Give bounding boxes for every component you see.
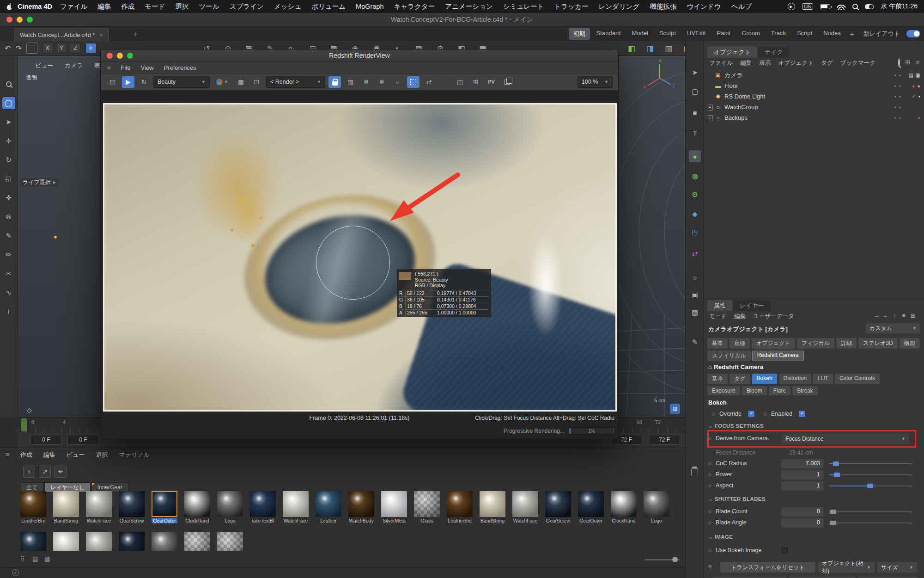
material-thumbnail[interactable] xyxy=(20,491,46,517)
material-menu-item[interactable]: マテリアル xyxy=(119,451,150,459)
now-playing-icon[interactable]: ▶ xyxy=(788,3,795,10)
visibility-dots[interactable] xyxy=(894,116,902,119)
object-manager-tab[interactable]: オブジェクト xyxy=(707,47,757,58)
override-checkbox[interactable] xyxy=(748,411,754,417)
axis-lock-button[interactable]: Z xyxy=(70,43,81,53)
attribute-menu-item[interactable]: モード xyxy=(709,313,727,320)
menubar-menu-item[interactable]: ボリューム xyxy=(306,2,351,11)
object-manager-menu-item[interactable]: オブジェクト xyxy=(778,59,814,67)
reset-transform-button[interactable]: トランスフォームをリセット xyxy=(720,562,815,572)
copy-icon[interactable] xyxy=(501,76,513,88)
material-thumbnail[interactable] xyxy=(250,491,276,517)
material-item[interactable]: GearOuter xyxy=(152,491,177,523)
hamburger-menu-icon[interactable]: ≡ xyxy=(708,564,711,570)
redshift-tab-button[interactable]: Exposure xyxy=(707,386,740,395)
use-bokeh-image-checkbox[interactable] xyxy=(781,547,788,553)
scale-tool-icon[interactable]: ◱ xyxy=(2,173,15,185)
window-titlebar[interactable]: Watch ConceptV2-For-BCG-Article.c4d * - … xyxy=(0,13,924,26)
object-tag-icons[interactable] xyxy=(902,93,924,99)
object-name[interactable]: Backups xyxy=(724,114,748,121)
material-thumbnail[interactable] xyxy=(447,491,473,517)
sphere-outline-icon[interactable]: ○ xyxy=(689,271,701,283)
new-tab-button[interactable]: + xyxy=(133,30,137,38)
renderview-menu-item[interactable]: View xyxy=(141,64,154,71)
blade-angle-field[interactable]: 0 xyxy=(781,518,824,528)
layout-tab[interactable]: Nodes xyxy=(819,28,845,40)
selection-box-tool-icon[interactable] xyxy=(26,43,37,54)
layout-tab[interactable]: Standard xyxy=(592,28,626,40)
object-tab-button[interactable]: オブジェクト xyxy=(752,338,795,349)
layout-tab[interactable]: Groom xyxy=(737,28,765,40)
power-field[interactable]: 1 xyxy=(781,470,824,480)
control-center-icon[interactable] xyxy=(865,4,874,9)
material-picker-icon[interactable]: ✒ xyxy=(55,466,67,478)
object-tree-row[interactable]: カメラ xyxy=(704,70,924,80)
material-name[interactable]: LeatherBrc xyxy=(20,518,46,523)
aspect-field[interactable]: 1 xyxy=(781,481,824,491)
derive-from-camera-dropdown[interactable]: Focus Distance▼ xyxy=(782,434,909,444)
material-name[interactable]: BandString xyxy=(53,518,79,523)
object-tag-icons[interactable] xyxy=(902,83,924,89)
object-tab-button[interactable]: 基本 xyxy=(707,338,728,349)
live-selection-tool-icon[interactable]: ◯ xyxy=(2,97,15,109)
zoom-dropdown[interactable]: 100 %▼ xyxy=(578,76,613,88)
save-image-icon[interactable]: ▤ xyxy=(106,76,119,88)
layout-tab[interactable]: Sculpt xyxy=(655,28,681,40)
redo-button[interactable]: ↷ xyxy=(15,44,21,53)
material-thumbnail[interactable] xyxy=(184,491,210,517)
material-name[interactable]: WatchFace xyxy=(283,518,309,523)
material-item[interactable]: SilverMeta xyxy=(381,491,407,523)
list-view-icon[interactable]: ⠿ xyxy=(20,555,25,562)
redshift-tab-button[interactable]: Distortion xyxy=(779,374,812,384)
restart-render-icon[interactable]: ↻ xyxy=(138,76,150,88)
material-item[interactable]: BandString xyxy=(53,491,79,523)
material-thumbnail[interactable] xyxy=(512,491,538,517)
add-layout-button[interactable]: + xyxy=(847,30,857,38)
material-name[interactable]: Glass xyxy=(414,518,440,523)
material-thumbnail[interactable] xyxy=(217,491,243,517)
frame-range-field[interactable]: 72 F xyxy=(649,435,680,445)
blade-count-slider[interactable] xyxy=(829,507,915,517)
pen-tool-icon[interactable]: ✎ xyxy=(2,230,15,242)
menubar-menu-item[interactable]: 選択 xyxy=(170,2,194,11)
redshift-tab-button[interactable]: LUT xyxy=(813,374,833,384)
expand-toggle-icon[interactable] xyxy=(706,104,713,111)
cluster-generator-icon[interactable]: ◍ xyxy=(689,170,701,182)
crop-icon[interactable]: ⊡ xyxy=(250,76,263,88)
object-tab-button[interactable]: 構図 xyxy=(900,338,920,349)
material-thumbnail[interactable] xyxy=(152,491,177,517)
redshift-tab-button[interactable]: Streak xyxy=(792,386,818,395)
filter-icon[interactable]: ⊞ xyxy=(905,59,910,66)
focus-settings-header[interactable]: FOCUS SETTINGS xyxy=(708,423,764,429)
menubar-menu-item[interactable]: キャラクター xyxy=(389,2,440,11)
back-arrow-icon[interactable]: ← xyxy=(874,312,880,319)
hamburger-menu-icon[interactable]: ≡ xyxy=(6,451,9,458)
spotlight-search-icon[interactable] xyxy=(852,4,858,9)
object-tree-row[interactable]: Backups xyxy=(704,112,924,123)
transform-mode-dropdown[interactable]: オブジェクト(相対)▼ xyxy=(818,562,875,572)
material-thumbnail[interactable] xyxy=(86,491,112,517)
object-tab-button[interactable]: スフィリカル xyxy=(707,350,751,361)
material-item[interactable]: WatchFace xyxy=(86,491,112,523)
object-name[interactable]: RS Dome Light xyxy=(724,93,765,100)
material-item[interactable]: faceTextBl xyxy=(250,491,276,523)
object-name[interactable]: カメラ xyxy=(724,71,743,80)
material-item[interactable]: ClockHand xyxy=(611,491,637,523)
render-camera-dropdown[interactable]: < Render >▼ xyxy=(266,76,325,88)
pen-mode-icon[interactable]: ➤ xyxy=(689,67,701,79)
spline-smooth-tool-icon[interactable]: ≀ xyxy=(2,306,15,318)
object-tree-row[interactable]: RS Dome Light xyxy=(704,91,924,102)
material-thumbnail[interactable] xyxy=(348,491,374,517)
visibility-dots[interactable] xyxy=(894,95,902,98)
render-region-icon[interactable] xyxy=(407,76,419,88)
spline-pen-tool-icon[interactable]: ∿ xyxy=(2,287,15,299)
forward-arrow-icon[interactable]: → xyxy=(882,312,888,319)
visibility-dots[interactable] xyxy=(894,74,902,77)
layout-tab[interactable]: UVEdit xyxy=(682,28,710,40)
load-material-button[interactable]: ↗ xyxy=(39,466,51,478)
material-item[interactable]: Leather xyxy=(316,491,341,523)
material-item[interactable]: WatchFace xyxy=(512,491,538,523)
material-item[interactable]: ClockHand xyxy=(184,491,210,523)
material-item[interactable]: WatchBody xyxy=(348,491,374,523)
menubar-menu-item[interactable]: トラッカー xyxy=(549,2,594,11)
